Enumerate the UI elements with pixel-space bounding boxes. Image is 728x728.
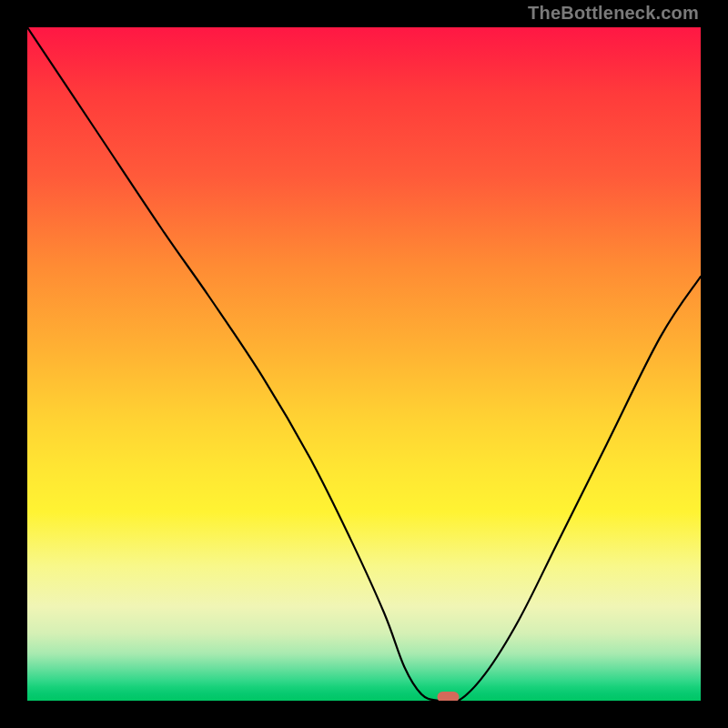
min-marker — [438, 692, 460, 701]
chart-frame: TheBottleneck.com — [0, 0, 728, 728]
attribution-text: TheBottleneck.com — [528, 3, 699, 24]
plot-area — [27, 27, 701, 701]
bottleneck-curve — [27, 27, 701, 701]
plot-svg — [27, 27, 701, 701]
